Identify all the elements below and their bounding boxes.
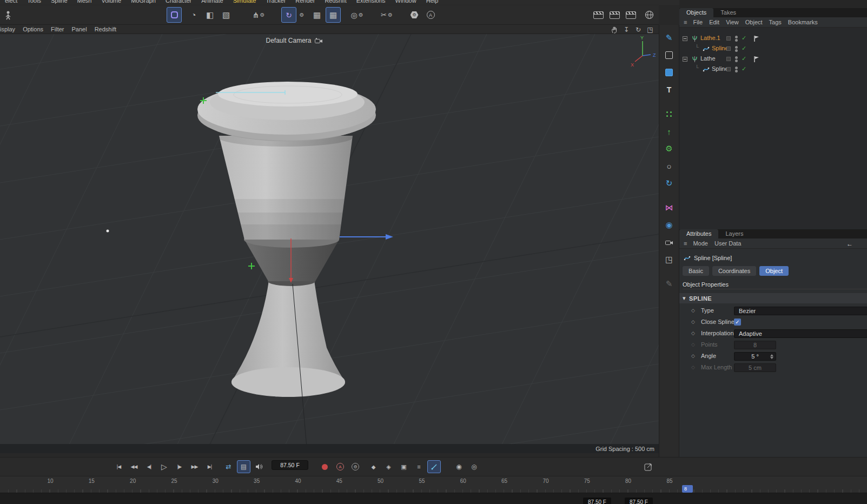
viewport-solo-icon[interactable]: ◉ <box>661 217 677 233</box>
joint-tool-icon[interactable]: ⋔⚙ <box>247 7 270 23</box>
texture-mode-icon[interactable] <box>661 65 677 80</box>
menu-user-data[interactable]: User Data <box>714 240 742 247</box>
solo-off-icon[interactable]: ◉ <box>452 460 466 473</box>
menu-elect[interactable]: elect <box>0 0 22 5</box>
character-tool-icon[interactable] <box>1 7 16 23</box>
render-settings-icon[interactable] <box>623 7 638 23</box>
grid-active-icon[interactable]: ▦ <box>326 7 341 23</box>
menu-mode[interactable]: Mode <box>693 240 708 247</box>
hamburger-icon[interactable]: ≡ <box>684 19 686 25</box>
om-menu-edit[interactable]: Edit <box>709 19 719 25</box>
expander-icon[interactable] <box>683 36 687 41</box>
viewport-menu-panel[interactable]: Panel <box>68 26 91 32</box>
make-editable-icon[interactable]: ✎ <box>661 30 677 45</box>
next-key-button[interactable]: ▶▶ <box>188 460 201 473</box>
enabled-check-icon[interactable]: ✓ <box>742 35 746 42</box>
keying-settings-button[interactable]: ⚙ <box>348 460 362 473</box>
layer-swatch[interactable] <box>726 47 731 51</box>
preview-range-icon[interactable]: ▤ <box>237 460 250 473</box>
menu-tracker[interactable]: Tracker <box>261 0 290 5</box>
record-keyframe-button[interactable] <box>318 460 332 473</box>
object-label[interactable]: Spline <box>712 65 729 72</box>
enabled-check-icon[interactable]: ✓ <box>742 65 746 72</box>
menu-spline[interactable]: Spline <box>46 0 72 5</box>
tweak-mode-icon[interactable]: ○ <box>661 158 677 174</box>
spinner-arrows-icon[interactable] <box>770 354 774 360</box>
workplane-mode-icon[interactable]: ↻ <box>661 176 677 191</box>
om-menu-view[interactable]: View <box>726 19 739 25</box>
model-mode-icon[interactable] <box>661 48 677 63</box>
uv-mode-icon[interactable]: T <box>661 82 677 97</box>
keyframe-diamond-icon[interactable]: ◇ <box>691 353 695 359</box>
softbody-tool-icon[interactable]: ◧ <box>202 7 217 23</box>
sim-scene-icon[interactable]: ↻ <box>281 7 296 23</box>
grid-icon[interactable]: ▦ <box>309 7 325 23</box>
range-end-field[interactable]: 87.50 F <box>625 498 653 504</box>
gear-icon[interactable]: ⚙ <box>297 7 306 23</box>
om-menu-tags[interactable]: Tags <box>769 19 782 25</box>
toggle-view-icon[interactable]: ◳ <box>646 25 654 34</box>
menu-redshift[interactable]: Redshift <box>320 0 351 5</box>
hamburger-icon[interactable]: ≡ <box>684 240 686 247</box>
menu-extensions[interactable]: Extensions <box>352 0 391 5</box>
camera-label[interactable]: Default Camera <box>266 37 311 44</box>
angle-field[interactable]: 5 ° <box>734 352 776 361</box>
keyframe-diamond-icon[interactable]: ◇ <box>691 330 695 336</box>
loop-icon[interactable]: ⇄ <box>222 460 235 473</box>
enabled-check-icon[interactable]: ✓ <box>742 55 746 62</box>
viewport[interactable]: Y Z X Default Camera Grid Spacing : 500 … <box>0 34 659 453</box>
key-scale-icon[interactable]: ◈ <box>382 460 395 473</box>
menu-tools[interactable]: Tools <box>22 0 46 5</box>
annotate-pencil-icon[interactable]: ✎ <box>661 276 677 291</box>
tab-basic[interactable]: Basic <box>683 266 709 276</box>
viewport-menu-filter[interactable]: Filter <box>47 26 68 32</box>
menu-simulate[interactable]: Simulate <box>228 0 261 5</box>
layer-swatch[interactable] <box>726 57 731 61</box>
mirror-mode-icon[interactable]: ⋈ <box>661 200 677 215</box>
goto-start-button[interactable]: |◀ <box>112 460 125 473</box>
goto-end-button[interactable]: ▶| <box>203 460 216 473</box>
menu-help[interactable]: Help <box>421 0 444 5</box>
tag-icon[interactable] <box>753 35 760 42</box>
key-parameter-icon[interactable]: ≡ <box>412 460 426 473</box>
next-frame-button[interactable]: |▶ <box>173 460 186 473</box>
object-label[interactable]: Lathe <box>700 55 716 62</box>
sound-icon[interactable] <box>252 460 266 473</box>
spline-group-header[interactable]: ▾ SPLINE <box>679 293 867 303</box>
split-tool-icon[interactable]: ✂⚙ <box>375 7 399 23</box>
interpolation-dropdown[interactable]: Adaptive <box>734 329 867 338</box>
timeline-ruler[interactable]: 10152025303540455055606570758085 8 <box>0 476 867 493</box>
pan-hand-icon[interactable] <box>610 25 619 34</box>
keyframe-diamond-icon[interactable]: ◇ <box>691 319 695 324</box>
history-back-icon[interactable]: ← <box>846 240 853 248</box>
visibility-dots-icon[interactable] <box>735 66 738 73</box>
layer-swatch[interactable] <box>726 36 731 41</box>
tree-row-spline2[interactable]: └ Spline ✓ <box>679 64 867 75</box>
visibility-dots-icon[interactable] <box>735 45 738 52</box>
tab-attributes[interactable]: Attributes <box>679 229 718 238</box>
tab-coordinates[interactable]: Coordinates <box>712 266 756 276</box>
close-spline-checkbox[interactable]: ✓ <box>734 319 741 326</box>
rotate-view-icon[interactable]: ↻ <box>634 25 643 34</box>
viewport-menu-options[interactable]: Options <box>19 26 47 32</box>
menu-mesh[interactable]: Mesh <box>72 0 97 5</box>
tab-takes[interactable]: Takes <box>713 8 743 17</box>
visibility-dots-icon[interactable] <box>735 35 738 42</box>
menu-window[interactable]: Window <box>391 0 421 5</box>
key-position-icon[interactable]: ◆ <box>367 460 380 473</box>
playhead[interactable]: 8 <box>682 485 693 493</box>
lathe-drum-model[interactable] <box>197 82 376 453</box>
range-start-field[interactable]: 87.50 F <box>583 498 611 504</box>
keyframe-selection-icon[interactable] <box>427 460 441 473</box>
object-label[interactable]: Lathe.1 <box>700 35 720 41</box>
menu-character[interactable]: Character <box>161 0 196 5</box>
render-view-icon[interactable] <box>591 7 606 23</box>
viewport-menu-isplay[interactable]: isplay <box>0 26 19 32</box>
cloth-tool-icon[interactable]: ◔ <box>186 7 201 23</box>
layer-swatch[interactable] <box>726 67 731 71</box>
tag-icon[interactable] <box>753 56 760 63</box>
menu-mograph[interactable]: MoGraph <box>126 0 161 5</box>
tab-object[interactable]: Object <box>759 266 789 276</box>
camera-mode-icon[interactable] <box>661 235 677 250</box>
tree-row-lathe[interactable]: Lathe ✓ <box>679 54 867 64</box>
